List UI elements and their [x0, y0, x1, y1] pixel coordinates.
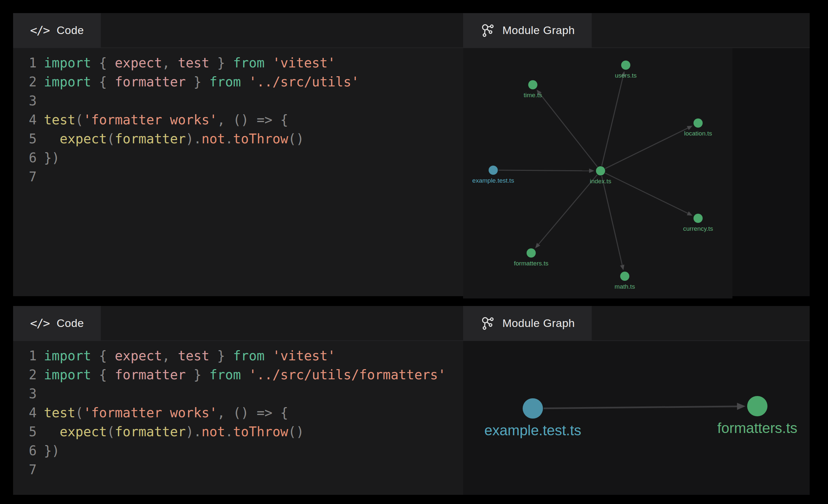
code-line: 7: [13, 167, 463, 186]
graph-edge: [498, 170, 589, 171]
graph-node-label: location.ts: [684, 130, 712, 137]
code-icon: </>: [30, 24, 49, 37]
code-line: 7: [13, 460, 463, 479]
graph-node-label: currency.ts: [683, 225, 713, 232]
line-number: 6: [13, 148, 37, 167]
graph-edge: [605, 128, 688, 169]
tab-code-top[interactable]: </> Code: [13, 13, 101, 47]
code-line: 2import { formatter } from '../src/utils…: [13, 72, 463, 91]
code-line: 5 expect(formatter).not.toThrow(): [13, 422, 463, 441]
tab-module-graph-label: Module Graph: [502, 317, 575, 330]
module-graph-canvas-top[interactable]: users.tstime.tslocation.tsexample.test.t…: [463, 48, 733, 298]
graph-node-formatters.ts[interactable]: [527, 248, 536, 258]
graph-edge: [605, 173, 688, 213]
line-number: 5: [13, 129, 37, 148]
code-line-text: expect(formatter).not.toThrow(): [44, 129, 304, 148]
graph-edge: [540, 94, 597, 167]
graph-node-location.ts[interactable]: [694, 119, 703, 128]
line-number: 4: [13, 403, 37, 422]
graph-node-label: formatters.ts: [514, 260, 548, 267]
graph-node-example.test.ts[interactable]: [489, 166, 498, 175]
graph-node-example.test.ts[interactable]: [523, 398, 543, 419]
code-line-text: import { formatter } from '../src/utils': [44, 72, 359, 91]
graph-edge: [544, 407, 737, 409]
graph-edge-arrowhead: [589, 169, 594, 173]
graph-edge: [539, 175, 597, 244]
line-number: 3: [13, 384, 37, 403]
code-panel-top: </> Code 1import { expect, test } from '…: [13, 13, 463, 296]
line-number: 6: [13, 441, 37, 460]
module-graph-canvas-bottom[interactable]: example.test.tsformatters.ts: [463, 341, 810, 495]
graph-node-math.ts[interactable]: [620, 271, 629, 281]
line-number: 7: [13, 167, 37, 186]
graph-edge-arrowhead: [620, 264, 624, 270]
module-graph-icon: [480, 23, 495, 38]
graph-node-label: time.ts: [524, 92, 542, 98]
graph-node-label: index.ts: [590, 178, 611, 184]
code-editor-top[interactable]: 1import { expect, test } from 'vitest'2i…: [13, 47, 463, 296]
tab-code-label: Code: [56, 317, 84, 330]
tab-module-graph-label: Module Graph: [502, 24, 575, 37]
line-number: 3: [13, 91, 37, 110]
module-graph-panel-bottom: Module Graph example.test.tsformatters.t…: [463, 306, 810, 495]
graph-edge: [602, 76, 623, 166]
code-line-text: }): [44, 441, 59, 460]
tab-code-label: Code: [56, 24, 84, 37]
code-bottom-tabbar: </> Code: [13, 306, 463, 340]
line-number: 2: [13, 72, 37, 91]
code-line: 4test('formatter works', () => {: [13, 403, 463, 422]
code-line-text: import { expect, test } from 'vitest': [44, 53, 335, 72]
graph-edge-arrowhead: [737, 403, 746, 410]
line-number: 1: [13, 346, 37, 365]
code-line: 3: [13, 91, 463, 110]
code-line-text: expect(formatter).not.toThrow(): [44, 422, 304, 441]
graph-node-label: example.test.ts: [472, 177, 514, 184]
tab-module-graph-bottom[interactable]: Module Graph: [463, 306, 592, 340]
graph-top-tabbar: Module Graph: [463, 13, 810, 47]
code-line: 1import { expect, test } from 'vitest': [13, 346, 463, 365]
graph-node-index.ts[interactable]: [596, 166, 605, 175]
code-panel-bottom: </> Code 1import { expect, test } from '…: [13, 306, 463, 495]
line-number: 7: [13, 460, 37, 479]
code-line-text: }): [44, 148, 59, 167]
module-graph-icon: [480, 316, 495, 331]
code-line-text: test('formatter works', () => {: [44, 403, 288, 422]
module-graph-area-top: users.tstime.tslocation.tsexample.test.t…: [463, 47, 810, 296]
code-line-text: import { formatter } from '../src/utils/…: [44, 365, 446, 384]
code-icon: </>: [30, 317, 49, 330]
code-line-text: test('formatter works', () => {: [44, 110, 288, 129]
graph-node-formatters.ts[interactable]: [747, 396, 768, 416]
line-number: 4: [13, 110, 37, 129]
code-top-tabbar: </> Code: [13, 13, 463, 47]
code-line: 5 expect(formatter).not.toThrow(): [13, 129, 463, 148]
graph-bottom-tabbar: Module Graph: [463, 306, 810, 340]
graph-node-currency.ts[interactable]: [694, 214, 703, 223]
graph-node-label: users.ts: [615, 72, 637, 79]
module-graph-panel-top: Module Graph users.tstime.tslocation.tse…: [463, 13, 810, 296]
module-graph-svg: example.test.tsformatters.ts: [463, 341, 810, 495]
code-line: 2import { formatter } from '../src/utils…: [13, 365, 463, 384]
graph-node-label: math.ts: [615, 283, 635, 290]
code-line-text: import { expect, test } from 'vitest': [44, 346, 335, 365]
code-line: 1import { expect, test } from 'vitest': [13, 53, 463, 72]
code-line: 6}): [13, 441, 463, 460]
code-line: 4test('formatter works', () => {: [13, 110, 463, 129]
tab-module-graph-top[interactable]: Module Graph: [463, 13, 592, 47]
code-line: 3: [13, 384, 463, 403]
tab-code-bottom[interactable]: </> Code: [13, 306, 101, 340]
code-line: 6}): [13, 148, 463, 167]
graph-node-label: formatters.ts: [717, 420, 797, 436]
graph-node-users.ts[interactable]: [621, 60, 630, 70]
graph-node-label: example.test.ts: [484, 422, 581, 438]
module-graph-area-bottom: example.test.tsformatters.ts: [463, 340, 810, 495]
graph-node-time.ts[interactable]: [528, 80, 537, 89]
module-graph-svg: users.tstime.tslocation.tsexample.test.t…: [463, 48, 733, 298]
graph-edge: [602, 176, 622, 265]
line-number: 1: [13, 53, 37, 72]
line-number: 5: [13, 422, 37, 441]
code-editor-bottom[interactable]: 1import { expect, test } from 'vitest'2i…: [13, 340, 463, 495]
line-number: 2: [13, 365, 37, 384]
